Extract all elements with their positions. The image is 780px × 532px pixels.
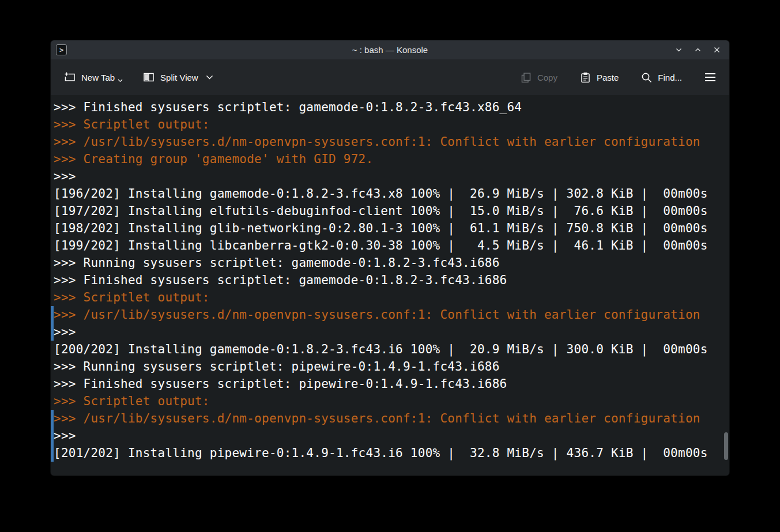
terminal-line: >>> Finished sysusers scriptlet: gamemod… (51, 99, 729, 116)
paste-icon (579, 71, 591, 84)
terminal-line: >>> /usr/lib/sysusers.d/nm-openvpn-sysus… (51, 133, 729, 150)
terminal-line: >>> Finished sysusers scriptlet: gamemod… (51, 271, 729, 289)
terminal-line-text: [198/202] Installing glib-networking-0:2… (54, 221, 708, 235)
maximize-button[interactable] (694, 46, 702, 54)
copy-button[interactable]: Copy (518, 68, 560, 87)
terminal-line-text: >>> Running sysusers scriptlet: pipewire… (54, 360, 500, 373)
new-output-marker (51, 427, 54, 444)
terminal-line-text: >>> (54, 325, 76, 339)
terminal-line-text: >>> (54, 169, 76, 183)
menu-button[interactable] (702, 69, 719, 86)
minimize-button[interactable] (675, 46, 683, 54)
find-button[interactable]: Find... (638, 68, 684, 87)
terminal-line: [198/202] Installing glib-networking-0:2… (51, 220, 729, 237)
search-icon (640, 71, 653, 84)
close-button[interactable] (713, 46, 721, 54)
new-output-marker (51, 410, 54, 427)
split-view-icon (142, 71, 155, 84)
terminal-line-text: >>> Finished sysusers scriptlet: gamemod… (54, 100, 522, 114)
terminal-line: [201/202] Installing pipewire-0:1.4.9-1.… (51, 444, 729, 462)
konsole-window: > ~ : bash — Konsole New Tab (51, 40, 729, 476)
terminal-line: >>> Finished sysusers scriptlet: pipewir… (51, 375, 729, 393)
terminal-line: [197/202] Installing elfutils-debuginfod… (51, 202, 729, 220)
terminal-line-text: >>> Scriptlet output: (54, 118, 210, 131)
terminal-line: >>> Scriptlet output: (51, 116, 729, 133)
terminal-line: [196/202] Installing gamemode-0:1.8.2-3.… (51, 185, 729, 202)
split-view-label: Split View (160, 73, 198, 82)
terminal-line: >>> Running sysusers scriptlet: pipewire… (51, 358, 729, 375)
terminal-line-text: >>> /usr/lib/sysusers.d/nm-openvpn-sysus… (54, 135, 700, 149)
titlebar[interactable]: > ~ : bash — Konsole (51, 40, 729, 59)
scrollbar-thumb[interactable] (724, 432, 728, 460)
terminal-line-text: [200/202] Installing gamemode-0:1.8.2-3.… (54, 342, 708, 356)
terminal-line: >>> /usr/lib/sysusers.d/nm-openvpn-sysus… (51, 410, 729, 427)
new-output-marker (51, 444, 54, 462)
find-label: Find... (658, 73, 682, 82)
terminal-line: >>> /usr/lib/sysusers.d/nm-openvpn-sysus… (51, 306, 729, 323)
split-view-button[interactable]: Split View (140, 67, 216, 87)
close-icon (713, 46, 721, 54)
terminal-area[interactable]: >>> Finished sysusers scriptlet: gamemod… (51, 95, 729, 476)
terminal-output: >>> Finished sysusers scriptlet: gamemod… (51, 99, 729, 462)
terminal-line-text: >>> (54, 429, 76, 443)
terminal-line: >>> Scriptlet output: (51, 289, 729, 306)
terminal-line-text: >>> Running sysusers scriptlet: gamemode… (54, 256, 500, 270)
terminal-line: >>> (51, 427, 729, 444)
terminal-line: >>> (51, 323, 729, 341)
terminal-line: >>> Creating group 'gamemode' with GID 9… (51, 150, 729, 168)
new-tab-label: New Tab (81, 73, 115, 82)
terminal-line: [199/202] Installing libcanberra-gtk2-0:… (51, 237, 729, 254)
terminal-line-text: >>> Scriptlet output: (54, 290, 210, 304)
prompt-glyph: > (59, 47, 63, 54)
terminal-line-text: >>> Finished sysusers scriptlet: pipewir… (54, 377, 507, 391)
terminal-line: >>> Scriptlet output: (51, 393, 729, 410)
new-output-marker (51, 306, 54, 323)
terminal-line-text: [197/202] Installing elfutils-debuginfod… (54, 204, 708, 218)
terminal-line-text: >>> Finished sysusers scriptlet: gamemod… (54, 273, 507, 287)
terminal-line-text: [196/202] Installing gamemode-0:1.8.2-3.… (54, 187, 708, 201)
new-output-marker (51, 323, 54, 341)
terminal-line: [200/202] Installing gamemode-0:1.8.2-3.… (51, 341, 729, 358)
copy-label: Copy (537, 73, 557, 82)
chevron-down-icon (206, 75, 213, 80)
terminal-line-text: [199/202] Installing libcanberra-gtk2-0:… (54, 239, 708, 252)
hamburger-menu-icon (704, 72, 717, 82)
toolbar: New Tab Split View Copy (51, 59, 729, 95)
terminal-line: >>> (51, 168, 729, 185)
new-tab-icon (63, 71, 76, 84)
terminal-line: >>> Running sysusers scriptlet: gamemode… (51, 254, 729, 271)
chevron-up-icon (694, 46, 702, 54)
terminal-line-text: >>> Creating group 'gamemode' with GID 9… (54, 152, 373, 166)
chevron-down-icon (118, 79, 123, 82)
terminal-line-text: >>> /usr/lib/sysusers.d/nm-openvpn-sysus… (54, 308, 700, 322)
terminal-line-text: >>> /usr/lib/sysusers.d/nm-openvpn-sysus… (54, 412, 700, 425)
paste-label: Paste (597, 73, 619, 82)
paste-button[interactable]: Paste (577, 68, 621, 87)
new-tab-button[interactable]: New Tab (61, 67, 125, 87)
copy-icon (520, 71, 532, 84)
terminal-line-text: >>> Scriptlet output: (54, 394, 210, 408)
window-title: ~ : bash — Konsole (51, 45, 729, 55)
konsole-app-icon: > (56, 44, 67, 55)
chevron-down-icon (675, 46, 683, 54)
terminal-line-text: [201/202] Installing pipewire-0:1.4.9-1.… (54, 446, 708, 460)
